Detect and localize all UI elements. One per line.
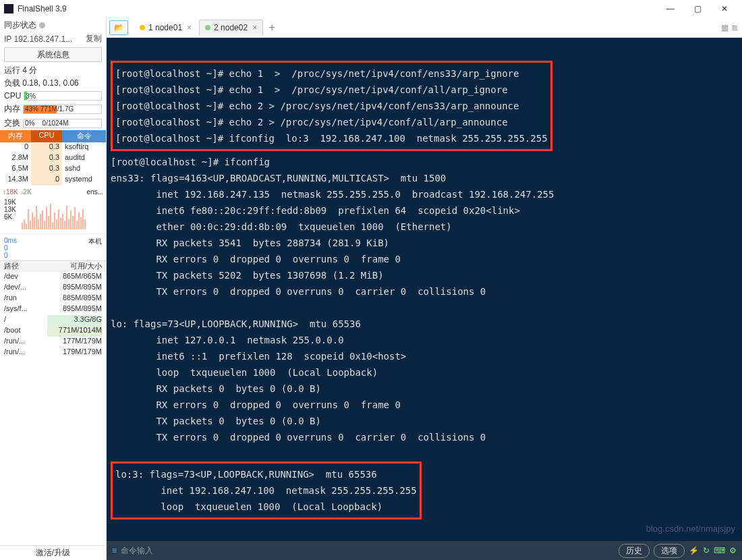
activate-button[interactable]: 激活/升级 <box>0 545 106 560</box>
new-tab-button[interactable]: + <box>264 22 279 34</box>
sync-status-dot <box>39 22 45 28</box>
latency: 0ms <box>4 237 17 244</box>
disk-row[interactable]: /run885M/895M <box>0 293 106 304</box>
terminal-output[interactable]: [root@localhost ~]# echo 1 > /proc/sys/n… <box>107 38 742 541</box>
swap-label: 交换 <box>4 117 20 129</box>
command-input[interactable]: 命令输入 <box>121 545 615 557</box>
tab-close-icon[interactable]: × <box>252 23 257 32</box>
options-button[interactable]: 选项 <box>654 544 685 558</box>
swap-gauge: 0% 0/1024M <box>23 119 102 128</box>
disk-header: 路径可用/大小 <box>0 261 106 272</box>
disk-row[interactable]: /run/...177M/179M <box>0 337 106 347</box>
watermark: blog.csdn.net/nmajsjpy <box>646 521 735 537</box>
highlighted-interface-box: lo:3: flags=73<UP,LOOPBACK,RUNNING> mtu … <box>111 461 422 520</box>
cpu-gauge: 3% <box>24 91 102 101</box>
settings-icon[interactable]: ⚙ <box>729 546 737 555</box>
network-chart: 19K13K6K <box>4 198 102 232</box>
window-title: FinalShell 3.9 <box>18 4 657 13</box>
disk-row[interactable]: /run/...179M/179M <box>0 347 106 358</box>
maximize-button[interactable]: ▢ <box>684 1 711 17</box>
highlighted-commands-box: [root@localhost ~]# echo 1 > /proc/sys/n… <box>111 61 552 151</box>
ip-label: IP 192.168.247.1... <box>4 34 72 44</box>
tab-2-node02[interactable]: 2 node02× <box>199 20 263 36</box>
cpu-label: CPU <box>4 91 21 101</box>
code-icon[interactable]: ⌨ <box>714 546 725 555</box>
bolt-icon[interactable]: ⚡ <box>689 546 699 555</box>
disk-row[interactable]: /sys/f...895M/895M <box>0 304 106 315</box>
menu-icon[interactable]: ≡ <box>112 546 117 555</box>
content-area: 📂 1 node01×2 node02× + ▦ ≣ [root@localho… <box>107 18 742 560</box>
folder-open-icon[interactable]: 📂 <box>109 20 128 35</box>
process-row[interactable]: 00.3ksoftirq <box>0 142 106 153</box>
mem-gauge: 43% 771M/1.7G <box>23 105 102 114</box>
sidebar: 同步状态 IP 192.168.247.1... 复制 系统信息 运行 4 分 … <box>0 18 107 560</box>
net-down: ↓2K <box>20 188 32 196</box>
close-button[interactable]: ✕ <box>711 1 738 17</box>
view-grid-icon[interactable]: ▦ <box>721 23 729 32</box>
history-button[interactable]: 历史 <box>619 544 650 558</box>
process-row[interactable]: 14.3M0systemd <box>0 175 106 186</box>
net-up: ↑18K <box>3 188 18 196</box>
load-text: 负载 0.18, 0.13, 0.06 <box>0 77 106 90</box>
app-icon <box>4 4 13 13</box>
process-row[interactable]: 6.5M0.3sshd <box>0 164 106 175</box>
tab-1-node01[interactable]: 1 node01× <box>134 20 198 36</box>
system-info-button[interactable]: 系统信息 <box>4 47 102 62</box>
disk-row[interactable]: /dev/...895M/895M <box>0 283 106 293</box>
copy-button[interactable]: 复制 <box>86 33 102 45</box>
disk-row[interactable]: /3.3G/8G <box>0 315 106 326</box>
minimize-button[interactable]: — <box>657 1 684 17</box>
uptime-text: 运行 4 分 <box>0 64 106 77</box>
terminal-footer: ≡ 命令输入 历史 选项 ⚡ ↻ ⌨ ⚙ <box>107 541 742 560</box>
tab-status-dot <box>205 25 210 30</box>
tab-bar: 📂 1 node01×2 node02× + ▦ ≣ <box>107 18 742 38</box>
mem-label: 内存 <box>4 103 20 115</box>
view-list-icon[interactable]: ≣ <box>731 23 738 32</box>
sync-status-label: 同步状态 <box>4 20 36 31</box>
tab-close-icon[interactable]: × <box>187 23 192 32</box>
net-device: ens... <box>87 188 103 196</box>
process-header: 内存 CPU 命令 <box>0 130 106 142</box>
tab-status-dot <box>140 25 145 30</box>
disk-row[interactable]: /boot771M/1014M <box>0 326 106 337</box>
titlebar: FinalShell 3.9 — ▢ ✕ <box>0 0 742 18</box>
disk-row[interactable]: /dev865M/865M <box>0 272 106 283</box>
loop-icon[interactable]: ↻ <box>703 546 710 555</box>
process-row[interactable]: 2.8M0.3auditd <box>0 153 106 164</box>
